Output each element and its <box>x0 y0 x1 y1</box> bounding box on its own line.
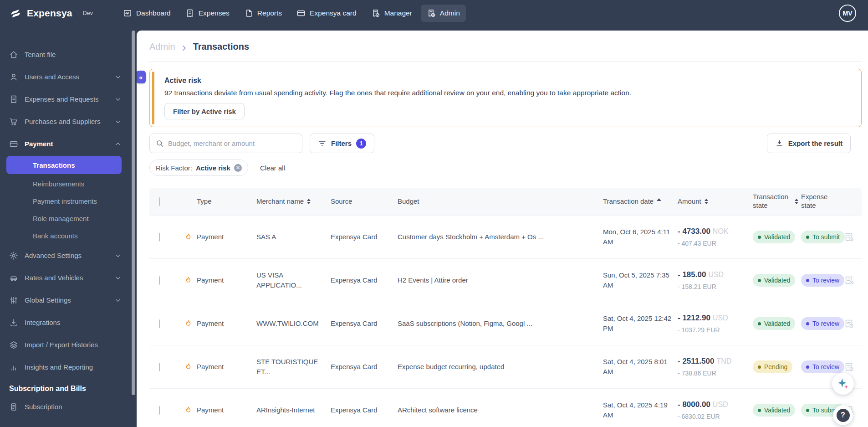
sidebar-item-import-export-histories[interactable]: Import / Export Histories <box>0 334 131 356</box>
remove-chip-icon[interactable]: ✕ <box>234 164 242 172</box>
export-result-button[interactable]: Export the result <box>767 134 851 153</box>
expense-state-label: To review <box>812 320 839 327</box>
column-header-amount[interactable]: Amount <box>678 197 753 206</box>
topnav-item-manager[interactable]: Manager <box>365 5 418 22</box>
column-label: Expense state <box>801 193 841 210</box>
sidebar-item-subscription[interactable]: Subscription <box>0 396 131 418</box>
amount-cell: - 2511.500TND- 738.86 EUR <box>678 356 753 378</box>
sort-asc-icon <box>657 198 661 201</box>
toolbar: Filters 1 Export the result <box>149 134 862 153</box>
sort-icon <box>705 199 708 204</box>
column-header-transaction-date[interactable]: Transaction date <box>603 197 678 206</box>
row-checkbox-cell <box>149 406 184 414</box>
budget-cell: ARchitect software licence <box>398 405 603 415</box>
status-dot <box>806 322 809 325</box>
filters-button[interactable]: Filters 1 <box>310 134 374 153</box>
sidebar-item-insights-and-reporting[interactable]: Insights and Reporting <box>0 356 131 378</box>
topnav-label: Expensya card <box>310 9 357 17</box>
sidebar-item-global-settings[interactable]: Global Settings <box>0 289 131 311</box>
status-dot <box>806 365 809 369</box>
merchant-cell: WWW.TWILIO.COM <box>256 319 331 329</box>
date-cell: Sun, Oct 5, 2025 7:35 AM <box>603 270 678 290</box>
topnav-item-admin[interactable]: Admin <box>421 5 466 22</box>
breadcrumb: Admin Transactions <box>149 31 862 52</box>
export-label: Export the result <box>788 139 842 147</box>
search-box[interactable] <box>149 134 302 153</box>
sidebar-subitem-payment-instruments[interactable]: Payment instruments <box>6 192 122 210</box>
row-checkbox[interactable] <box>159 276 160 285</box>
sidebar-subitem-bank-accounts[interactable]: Bank accounts <box>6 227 122 244</box>
row-checkbox[interactable] <box>159 319 160 328</box>
layers-icon <box>9 340 18 350</box>
sidebar-item-expenses-and-requests[interactable]: Expenses and Requests <box>0 88 131 110</box>
expense-state-cell: To review <box>801 274 843 287</box>
admin-icon <box>427 9 436 18</box>
type-cell: Payment <box>197 362 256 372</box>
breadcrumb-admin[interactable]: Admin <box>149 41 175 52</box>
user-avatar[interactable]: MV <box>839 5 856 22</box>
expense-state-cell: To review <box>801 360 843 373</box>
transaction-row[interactable]: PaymentARInsights-InternetExpensya CardA… <box>149 389 862 427</box>
sidebar-item-payment[interactable]: Payment <box>0 133 131 155</box>
filter-by-active-risk-button[interactable]: Filter by Active risk <box>164 103 245 119</box>
column-header-transaction-state[interactable]: Transaction state <box>753 193 801 210</box>
scrollbar-thumb[interactable] <box>132 31 135 395</box>
view-receipt-icon[interactable] <box>843 361 854 372</box>
sidebar-scrollbar[interactable] <box>131 26 137 427</box>
transaction-row[interactable]: PaymentWWW.TWILIO.COMExpensya CardSaaS s… <box>149 302 862 345</box>
view-receipt-icon[interactable] <box>843 232 854 242</box>
sidebar-item-integrations[interactable]: Integrations <box>0 311 131 334</box>
alert-message: 92 transactions deviate from usual spend… <box>164 88 850 98</box>
column-label: Type <box>197 197 212 206</box>
transaction-state-badge: Validated <box>753 404 795 417</box>
sidebar-item-label: Subscription <box>25 403 122 411</box>
transaction-state-badge: Validated <box>753 231 795 243</box>
transaction-state-cell: Validated <box>753 231 801 243</box>
sidebar-item-rates-and-vehicles[interactable]: Rates and Vehicles <box>0 267 131 289</box>
topnav-item-reports[interactable]: Reports <box>238 5 288 22</box>
sidebar-item-label: Insights and Reporting <box>25 363 122 371</box>
merchant-cell: SAS A <box>256 232 331 242</box>
amount-converted: - 6830.02 EUR <box>678 412 748 421</box>
brand[interactable]: Expensya Dev <box>8 6 93 21</box>
app: Expensya Dev DashboardExpensesReportsExp… <box>0 0 868 427</box>
row-checkbox[interactable] <box>159 363 160 371</box>
brand-name: Expensya <box>27 8 72 19</box>
row-checkbox[interactable] <box>159 406 160 415</box>
sidebar-subitem-label: Payment instruments <box>33 197 97 205</box>
topnav-item-expensya-card[interactable]: Expensya card <box>291 5 363 22</box>
divider <box>149 61 862 62</box>
column-header-source: Source <box>331 197 398 206</box>
receipt-icon <box>9 95 18 104</box>
transaction-row[interactable]: PaymentSAS AExpensya CardCustomer days S… <box>149 216 862 259</box>
select-all-checkbox[interactable] <box>159 197 160 206</box>
view-receipt-icon[interactable] <box>843 275 854 286</box>
topnav-item-expenses[interactable]: Expenses <box>179 5 235 22</box>
transaction-state-label: Validated <box>764 233 790 241</box>
sidebar-item-tenant-file[interactable]: Tenant file <box>0 43 131 66</box>
chevron-down-icon <box>114 252 122 259</box>
amount-currency: USD <box>713 401 728 408</box>
sidebar-item-purchases-and-suppliers[interactable]: Purchases and Suppliers <box>0 110 131 133</box>
topnav-item-dashboard[interactable]: Dashboard <box>117 5 177 22</box>
chevron-up-icon <box>114 140 122 148</box>
topnav-label: Admin <box>440 9 460 17</box>
sidebar-item-advanced-settings[interactable]: Advanced Settings <box>0 244 131 267</box>
column-header-merchant-name[interactable]: Merchant name <box>256 197 331 206</box>
row-checkbox[interactable] <box>159 233 160 242</box>
transaction-state-badge: Pending <box>753 360 792 373</box>
search-input[interactable] <box>168 139 296 147</box>
sidebar-subitem-label: Bank accounts <box>33 232 77 240</box>
risk-factor-chip[interactable]: Risk Factor: Active risk ✕ <box>149 159 248 176</box>
clear-all-link[interactable]: Clear all <box>260 164 285 172</box>
transaction-row[interactable]: PaymentSTE TOURISTIQUE ET...Expensya Car… <box>149 345 862 389</box>
transaction-row[interactable]: PaymentUS VISA APPLICATIO...Expensya Car… <box>149 259 862 302</box>
view-receipt-icon[interactable] <box>843 318 854 329</box>
collapse-sidebar-button[interactable]: « <box>137 71 146 83</box>
sidebar-subitem-transactions[interactable]: Transactions <box>6 156 122 174</box>
sidebar-subitem-reimbursements[interactable]: Reimbursements <box>6 175 122 192</box>
sidebar-item-users-and-access[interactable]: Users and Access <box>0 66 131 88</box>
sidebar-subitem-role-management[interactable]: Role management <box>6 210 122 227</box>
help-button[interactable]: ? <box>833 405 853 425</box>
ai-assistant-button[interactable] <box>832 373 854 395</box>
